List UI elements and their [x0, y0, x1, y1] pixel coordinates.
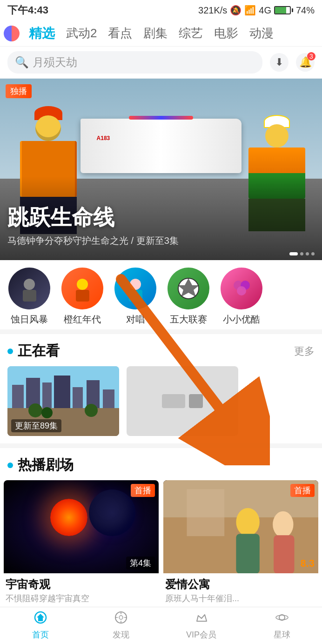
battery-fill — [275, 7, 286, 13]
bottom-nav: 首页 发现 VIP会员 星球 — [0, 607, 322, 644]
drama-rating-aiqing: 8.3 — [300, 557, 315, 570]
blur-block-2 — [189, 394, 203, 408]
logo-icon — [4, 26, 20, 41]
svg-rect-1 — [23, 290, 36, 302]
search-input-wrap[interactable]: 🔍 月殒天劫 — [7, 51, 262, 74]
svg-point-2 — [77, 279, 88, 290]
nav-item-kandian[interactable]: 看点 — [102, 23, 138, 43]
hot-drama-dot — [7, 463, 13, 468]
bottom-nav-vip-label: VIP会员 — [186, 629, 216, 640]
hero-subtitle: 马德钟争分夺秒守护生命之光 / 更新至3集 — [7, 235, 179, 247]
svg-point-52 — [276, 615, 288, 620]
watching-more-btn[interactable]: 更多 — [294, 344, 315, 358]
svg-marker-49 — [197, 615, 207, 621]
bottom-nav-planet-label: 星球 — [274, 629, 290, 640]
svg-rect-17 — [87, 380, 100, 408]
svg-rect-15 — [54, 376, 70, 408]
svg-rect-13 — [26, 378, 40, 408]
blur-block-1 — [162, 394, 185, 408]
bottom-nav-discover-label: 发现 — [113, 629, 129, 640]
channel-label-shiri: 蚀日风暴 — [11, 313, 48, 326]
channel-label-chenghong: 橙红年代 — [64, 313, 101, 326]
bottom-nav-home[interactable]: 首页 — [0, 607, 80, 644]
notification-button[interactable]: 🔔 3 — [296, 53, 315, 72]
hero-dot-1[interactable] — [289, 252, 298, 255]
watch-card-blurred[interactable] — [127, 366, 238, 436]
watch-card-label-1: 更新至89集 — [11, 419, 61, 432]
channel-avatar-xiaoxiao — [221, 268, 262, 309]
nav-logo[interactable] — [4, 26, 20, 41]
status-time: 下午4:43 — [7, 3, 48, 17]
head-right — [265, 124, 288, 148]
svg-point-9 — [237, 286, 246, 295]
drama-title-yuzhou: 宇宙奇观 — [6, 577, 157, 592]
svg-point-21 — [85, 404, 98, 417]
network-type: 4G — [259, 5, 271, 16]
svg-marker-42 — [37, 614, 44, 621]
watching-row: 更新至89集 — [0, 366, 322, 443]
drama-card-yuzhou[interactable]: 首播 第4集 宇宙奇观 不惧阻碍穿越宇宙真空 — [4, 480, 159, 608]
channel-xiaoxiao[interactable]: 小小优酷 — [216, 268, 267, 326]
nav-item-juji[interactable]: 剧集 — [138, 23, 173, 43]
channel-avatar-shiri — [8, 268, 50, 309]
hero-dot-4[interactable] — [311, 252, 315, 255]
search-placeholder: 月殒天劫 — [33, 55, 77, 70]
watching-title-text: 正在看 — [18, 342, 60, 361]
battery-tip — [292, 8, 293, 12]
svg-rect-16 — [73, 387, 83, 408]
search-bar: 🔍 月殒天劫 ⬇ 🔔 3 — [0, 47, 322, 79]
channel-label-xiaoxiao: 小小优酷 — [223, 313, 260, 326]
bottom-nav-home-label: 首页 — [32, 629, 49, 640]
svg-point-26 — [236, 508, 259, 537]
channel-avatar-wuda — [168, 268, 209, 309]
hero-banner[interactable]: 独播 跳跃生命线 马德钟争分夺秒守护生命之光 / 更新至3集 — [0, 79, 322, 260]
svg-rect-25 — [187, 489, 224, 536]
svg-point-0 — [24, 279, 35, 290]
nav-item-jingxuan[interactable]: 精选 — [23, 23, 60, 44]
channel-shiri[interactable]: 蚀日风暴 — [4, 268, 55, 326]
download-icon: ⬇ — [275, 56, 283, 68]
channel-duichang[interactable]: 对唱 — [110, 268, 161, 326]
drama-title-aiqing: 爱情公寓 — [165, 577, 316, 592]
compass-icon — [114, 611, 127, 627]
svg-rect-29 — [274, 535, 294, 573]
bottom-nav-planet[interactable]: 星球 — [242, 607, 322, 644]
hot-drama-title: 热播剧场 — [7, 456, 74, 475]
svg-point-44 — [119, 616, 123, 619]
hero-dot-2[interactable] — [300, 252, 303, 255]
channel-label-duichang: 对唱 — [126, 313, 145, 326]
nav-item-zongyi[interactable]: 综艺 — [173, 23, 208, 43]
search-actions: ⬇ 🔔 3 — [270, 53, 315, 72]
drama-tag-aiqing: 首播 — [290, 484, 315, 497]
battery-percent: 74% — [296, 5, 315, 16]
hero-dot-3[interactable] — [306, 252, 309, 255]
channel-chenghong[interactable]: 橙红年代 — [57, 268, 108, 326]
nav-item-dongman[interactable]: 动漫 — [244, 23, 279, 43]
svg-rect-3 — [76, 290, 89, 302]
watching-now-title: 正在看 — [7, 342, 60, 361]
download-button[interactable]: ⬇ — [270, 53, 288, 72]
channel-label-wuda: 五大联赛 — [170, 313, 207, 326]
drama-card-aiqing[interactable]: 首播 8.3 爱情公寓 原班人马十年催泪... — [163, 480, 318, 608]
svg-point-19 — [28, 403, 42, 417]
watch-card-1[interactable]: 更新至89集 — [7, 366, 119, 436]
network-speed: 321K/s — [198, 5, 227, 16]
battery-body — [274, 6, 291, 14]
svg-point-28 — [273, 511, 293, 538]
hero-exclusive-badge: 独播 — [6, 84, 32, 98]
notification-badge: 3 — [307, 52, 315, 60]
nav-item-dianying[interactable]: 电影 — [208, 23, 244, 43]
nav-item-wudong2[interactable]: 武动2 — [60, 23, 102, 43]
hero-pagination — [289, 252, 315, 255]
drama-tag-yuzhou: 首播 — [131, 484, 155, 497]
svg-rect-14 — [42, 382, 52, 408]
watching-now-header: 正在看 更多 — [0, 334, 322, 366]
drama-info-aiqing: 爱情公寓 原班人马十年催泪... — [163, 573, 318, 608]
channel-wuda[interactable]: 五大联赛 — [163, 268, 214, 326]
hot-drama-header: 热播剧场 — [0, 448, 322, 480]
drama-desc-aiqing: 原班人马十年催泪... — [165, 593, 316, 604]
bottom-nav-vip[interactable]: VIP会员 — [161, 607, 242, 644]
bottom-nav-discover[interactable]: 发现 — [80, 607, 161, 644]
hero-title: 跳跃生命线 — [7, 203, 114, 232]
drama-ep-yuzhou: 第4集 — [126, 557, 155, 570]
